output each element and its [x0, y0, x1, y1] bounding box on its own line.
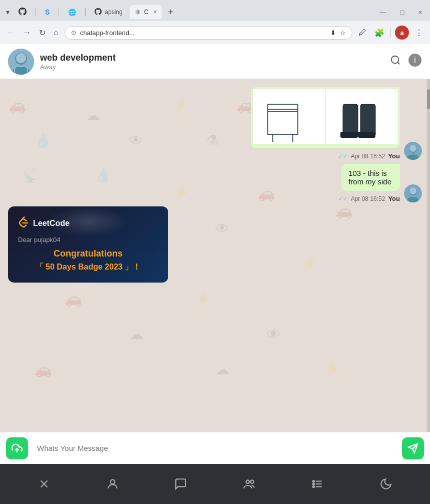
message-row-card: LeetCode Dear pujapk04 Congratulations 「…: [8, 206, 422, 283]
profile-nav-btn[interactable]: [98, 473, 127, 494]
app-wrapper: web development Away i 🚗 ☁ ⚡ 🚗 🚗 💧 👁 ⚗ 🚗…: [0, 44, 430, 504]
svg-point-40: [313, 483, 314, 484]
download-icon: ⬇: [330, 29, 336, 37]
chat-area[interactable]: 🚗 ☁ ⚡ 🚗 🚗 💧 👁 ⚗ 🚗 📡 📡 💧 ⚡ 🚗 🚗 🚗 ☀ 👁 💧 🚗 …: [0, 79, 430, 432]
message-row-text: 103 - this is from my side ✓✓ Apr 08 16:…: [8, 164, 422, 202]
chat-header: web development Away i: [0, 44, 430, 79]
tab-sep-3: [85, 8, 86, 16]
msg2-sender: You: [388, 195, 400, 202]
tab-sep-1: [36, 8, 36, 16]
card-congrats: Congratulations: [18, 248, 158, 259]
msg2-text: 103 - this is from my side: [348, 169, 391, 186]
browser-toolbar: ← → ↻ ⌂ ⊙ chatapp-frontend... ⬇ ☆ 🖊 🧩 a …: [0, 21, 430, 44]
header-actions: i: [390, 53, 422, 70]
scrollbar-thumb[interactable]: [427, 89, 430, 109]
leetcode-logo-icon: [18, 216, 29, 230]
forward-btn[interactable]: →: [21, 26, 33, 39]
svg-rect-18: [358, 132, 375, 138]
svg-point-3: [16, 53, 26, 63]
contact-avatar: [8, 49, 34, 75]
svg-point-42: [313, 486, 314, 487]
messages-container: ✓✓ Apr 08 16:52 You: [8, 87, 422, 283]
svg-rect-16: [340, 132, 358, 138]
tab-github[interactable]: [14, 5, 32, 20]
svg-point-23: [409, 145, 416, 152]
globe-icon: 🌐: [68, 9, 76, 16]
back-btn[interactable]: ←: [5, 26, 17, 39]
message-row-img: ✓✓ Apr 08 16:52 You: [8, 87, 422, 160]
puzzle-icon-btn[interactable]: 🧩: [372, 26, 386, 40]
tab-apsing-label: apsing: [105, 9, 122, 16]
search-btn[interactable]: [390, 55, 401, 68]
svg-point-6: [391, 56, 399, 64]
refresh-btn[interactable]: ↻: [37, 26, 48, 40]
scrollbar-track: [427, 79, 430, 432]
svg-point-35: [110, 479, 115, 484]
tab-globe[interactable]: 🌐: [63, 6, 81, 19]
tab-dropdown-btn[interactable]: ▾: [4, 6, 12, 18]
tab-s[interactable]: S: [40, 5, 55, 19]
s-icon: S: [45, 8, 50, 16]
msg2-timestamp: Apr 08 16:52: [351, 195, 385, 202]
card-greeting: Dear pujapk04: [18, 236, 158, 243]
svg-point-36: [246, 480, 249, 483]
svg-text:i: i: [414, 56, 416, 64]
tab-github-apsing[interactable]: apsing: [90, 5, 127, 20]
minimize-btn[interactable]: —: [376, 7, 390, 18]
card-badge: 「 50 Days Badge 2023 」！: [18, 262, 158, 273]
svg-point-28: [409, 187, 416, 194]
message-input-area: [0, 432, 430, 464]
image-bubble: [251, 87, 400, 148]
star-icon: ☆: [340, 29, 346, 37]
svg-rect-29: [408, 197, 418, 202]
github-icon: [19, 8, 27, 17]
tab-chat-label: C: [144, 9, 149, 16]
new-tab-button[interactable]: +: [164, 5, 177, 20]
chat-nav-btn[interactable]: [166, 473, 195, 494]
card-glow: [48, 206, 128, 236]
close-nav-btn[interactable]: [30, 473, 59, 494]
menu-btn[interactable]: ⋮: [413, 26, 425, 40]
bottom-nav: [0, 464, 430, 504]
security-icon: ⊙: [71, 29, 76, 36]
text-bubble-outgoing: 103 - this is from my side: [341, 164, 400, 191]
check-double-icon: ✓✓: [338, 153, 348, 160]
tab-close-btn[interactable]: ×: [153, 9, 157, 16]
msg1-timestamp: Apr 08 16:52: [351, 153, 385, 160]
tab-chat-active[interactable]: ⚛ C ×: [130, 5, 162, 19]
address-bar[interactable]: ⊙ chatapp-frontend... ⬇ ☆: [65, 26, 352, 40]
home-btn[interactable]: ⌂: [52, 26, 61, 39]
tab-bar: ▾ S 🌐 apsing ⚛ C × +: [0, 0, 430, 21]
svg-rect-24: [408, 155, 418, 160]
github-icon-2: [95, 8, 102, 17]
svg-point-37: [250, 480, 254, 483]
pen-icon-btn[interactable]: 🖊: [356, 26, 368, 39]
toolbar-actions: 🖊 🧩 a ⋮: [356, 26, 425, 40]
window-controls: — □ ×: [376, 7, 426, 18]
msg2-meta: ✓✓ Apr 08 16:52 You: [338, 195, 400, 202]
svg-point-38: [313, 480, 314, 482]
tab-sep-2: [59, 8, 59, 16]
user-avatar-msg1: [404, 142, 422, 160]
svg-line-7: [397, 62, 399, 64]
chat-name: web development: [40, 53, 384, 63]
maximize-btn[interactable]: □: [396, 7, 408, 18]
toolbar-separator: [390, 28, 391, 38]
check-double-icon-2: ✓✓: [338, 195, 348, 202]
chat-status: Away: [40, 63, 384, 71]
close-window-btn[interactable]: ×: [414, 7, 426, 18]
svg-rect-5: [15, 67, 27, 75]
profile-avatar-btn[interactable]: a: [395, 26, 409, 40]
leetcode-card: LeetCode Dear pujapk04 Congratulations 「…: [8, 206, 168, 283]
user-avatar-msg2: [404, 184, 422, 202]
send-button[interactable]: [402, 437, 424, 459]
address-text: chatapp-frontend...: [80, 29, 135, 37]
react-icon: ⚛: [135, 8, 141, 16]
darkmode-nav-btn[interactable]: [371, 473, 400, 494]
list-nav-btn[interactable]: [303, 473, 332, 494]
info-btn[interactable]: i: [408, 53, 422, 70]
message-input-field[interactable]: [33, 440, 397, 456]
msg1-sender: You: [388, 152, 400, 160]
attach-button[interactable]: [6, 437, 28, 459]
group-nav-btn[interactable]: [235, 473, 264, 494]
